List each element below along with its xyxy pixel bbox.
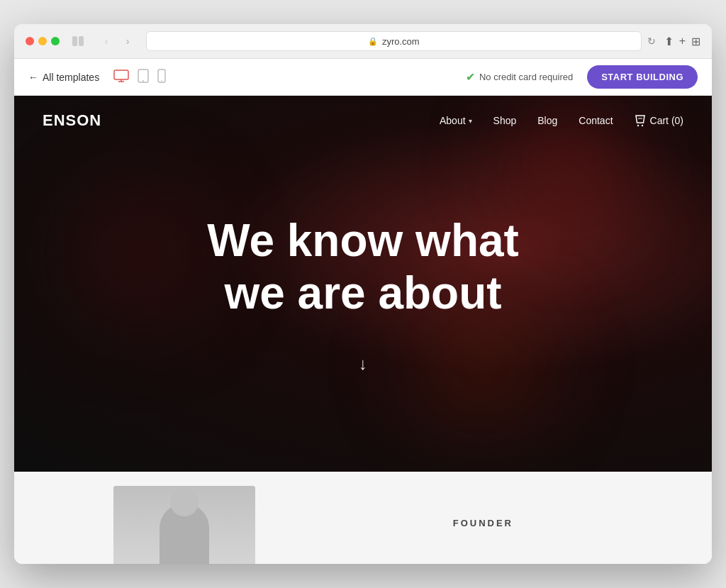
back-arrow-icon: ←	[28, 72, 38, 83]
start-building-button[interactable]: START BUILDING	[587, 65, 698, 89]
lock-icon: 🔒	[368, 37, 378, 46]
sidebar-toggle-button[interactable]	[68, 33, 88, 49]
close-button[interactable]	[26, 37, 34, 45]
website-preview: ENSON About ▾ Shop Blog Contact	[14, 96, 712, 564]
no-credit-card-notice: ✔ No credit card required	[466, 70, 573, 84]
minimize-button[interactable]	[38, 37, 47, 45]
tablet-icon[interactable]	[138, 69, 149, 86]
nav-blog[interactable]: Blog	[537, 115, 557, 126]
svg-point-8	[161, 80, 162, 82]
address-bar-container: 🔒 zyro.com ↻	[146, 31, 656, 51]
traffic-lights	[26, 37, 60, 45]
toolbar-right: ✔ No credit card required START BUILDING	[466, 65, 698, 89]
founder-label: FOUNDER	[453, 518, 513, 528]
site-logo: ENSON	[43, 111, 101, 130]
grid-button[interactable]: ⊞	[691, 35, 700, 48]
scroll-down-arrow: ↓	[359, 354, 367, 374]
no-credit-label: No credit card required	[479, 72, 573, 82]
desktop-icon[interactable]	[113, 70, 129, 85]
nav-contact[interactable]: Contact	[579, 115, 613, 126]
svg-point-10	[641, 125, 642, 126]
share-button[interactable]: ⬆	[664, 35, 674, 48]
svg-rect-0	[72, 36, 77, 46]
maximize-button[interactable]	[51, 37, 60, 45]
nav-cart[interactable]: Cart (0)	[635, 114, 683, 127]
person-image	[113, 486, 255, 564]
browser-window: ‹ › 🔒 zyro.com ↻ ⬆ + ⊞ ← All templates	[14, 24, 712, 564]
svg-rect-1	[79, 36, 84, 46]
reload-button[interactable]: ↻	[647, 35, 656, 47]
forward-nav-button[interactable]: ›	[118, 33, 138, 49]
site-nav: ENSON About ▾ Shop Blog Contact	[14, 96, 712, 145]
nav-about[interactable]: About ▾	[440, 115, 472, 126]
device-icons	[113, 69, 166, 86]
scroll-indicator: ↓	[359, 354, 367, 374]
browser-nav: ‹ ›	[96, 33, 138, 49]
site-menu: About ▾ Shop Blog Contact	[440, 114, 683, 127]
back-to-templates-button[interactable]: ← All templates	[28, 72, 99, 83]
browser-actions: ⬆ + ⊞	[664, 35, 700, 48]
svg-point-9	[637, 125, 638, 126]
new-tab-button[interactable]: +	[679, 35, 686, 48]
hero-section: ENSON About ▾ Shop Blog Contact	[14, 96, 712, 472]
browser-titlebar: ‹ › 🔒 zyro.com ↻ ⬆ + ⊞	[14, 24, 712, 59]
hero-content: We know what we are about ↓	[14, 145, 712, 472]
back-to-templates-label: All templates	[43, 72, 99, 83]
nav-shop[interactable]: Shop	[493, 115, 517, 126]
hero-headline: We know what we are about	[207, 215, 519, 319]
about-dropdown-arrow: ▾	[469, 117, 472, 125]
mobile-icon[interactable]	[157, 69, 166, 86]
back-nav-button[interactable]: ‹	[96, 33, 116, 49]
toolbar-left: ← All templates	[28, 69, 166, 86]
svg-point-6	[143, 80, 144, 82]
check-icon: ✔	[466, 70, 475, 84]
app-toolbar: ← All templates	[14, 59, 712, 96]
below-fold-section: FOUNDER	[14, 472, 712, 564]
url-text: zyro.com	[382, 36, 420, 47]
address-bar[interactable]: 🔒 zyro.com	[146, 31, 642, 51]
svg-rect-2	[114, 70, 128, 79]
